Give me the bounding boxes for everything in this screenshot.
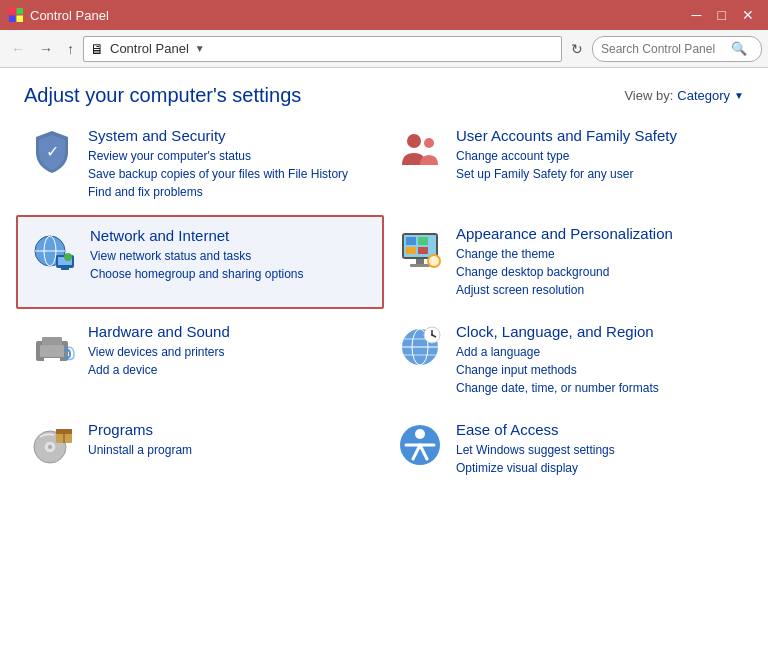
programs-icon	[28, 421, 76, 469]
refresh-button[interactable]: ↻	[566, 39, 588, 59]
close-button[interactable]: ✕	[736, 4, 760, 26]
categories-grid: ✓ System and Security Review your comput…	[0, 117, 768, 487]
svg-point-45	[415, 429, 425, 439]
forward-button[interactable]: →	[34, 39, 58, 59]
clock-language-content: Clock, Language, and Region Add a langua…	[456, 323, 740, 397]
svg-point-6	[424, 138, 434, 148]
hardware-sound-title[interactable]: Hardware and Sound	[88, 323, 372, 340]
clock-language-icon	[396, 323, 444, 371]
address-text: Control Panel	[110, 41, 189, 56]
svg-rect-1	[17, 8, 24, 15]
category-appearance: Appearance and Personalization Change th…	[384, 215, 752, 309]
svg-rect-28	[44, 358, 60, 363]
appearance-title[interactable]: Appearance and Personalization	[456, 225, 740, 242]
programs-content: Programs Uninstall a program	[88, 421, 372, 459]
maximize-button[interactable]: □	[712, 4, 732, 26]
windows-icon	[8, 7, 24, 23]
svg-rect-13	[61, 268, 69, 270]
network-internet-icon	[30, 227, 78, 275]
system-security-title[interactable]: System and Security	[88, 127, 372, 144]
svg-point-5	[407, 134, 421, 148]
svg-text:✓: ✓	[46, 143, 59, 160]
programs-link-1[interactable]: Uninstall a program	[88, 441, 372, 459]
appearance-link-2[interactable]: Change desktop background	[456, 263, 740, 281]
appearance-link-3[interactable]: Adjust screen resolution	[456, 281, 740, 299]
svg-rect-21	[416, 259, 424, 264]
svg-rect-27	[42, 337, 62, 345]
network-internet-title[interactable]: Network and Internet	[90, 227, 370, 244]
category-network-internet: Network and Internet View network status…	[16, 215, 384, 309]
hardware-sound-icon	[28, 323, 76, 371]
title-bar: Control Panel ─ □ ✕	[0, 0, 768, 30]
svg-rect-3	[17, 16, 24, 23]
view-by-arrow-icon[interactable]: ▼	[734, 90, 744, 101]
category-system-security: ✓ System and Security Review your comput…	[16, 117, 384, 211]
appearance-link-1[interactable]: Change the theme	[456, 245, 740, 263]
svg-point-14	[64, 253, 72, 261]
svg-rect-19	[406, 247, 416, 254]
svg-rect-2	[9, 16, 16, 23]
svg-point-24	[429, 256, 439, 266]
system-security-link-3[interactable]: Find and fix problems	[88, 183, 372, 201]
ease-of-access-icon	[396, 421, 444, 469]
clock-language-title[interactable]: Clock, Language, and Region	[456, 323, 740, 340]
view-by-label: View by:	[624, 88, 673, 103]
hardware-sound-content: Hardware and Sound View devices and prin…	[88, 323, 372, 379]
category-clock-language: Clock, Language, and Region Add a langua…	[384, 313, 752, 407]
user-accounts-icon	[396, 127, 444, 175]
address-dropdown-icon: ▼	[195, 43, 205, 54]
clock-language-link-2[interactable]: Change input methods	[456, 361, 740, 379]
back-button[interactable]: ←	[6, 39, 30, 59]
search-box[interactable]: 🔍	[592, 36, 762, 62]
category-user-accounts: User Accounts and Family Safety Change a…	[384, 117, 752, 211]
search-icon: 🔍	[731, 41, 747, 56]
category-ease-of-access: Ease of Access Let Windows suggest setti…	[384, 411, 752, 487]
search-input[interactable]	[601, 42, 731, 56]
svg-rect-20	[418, 247, 428, 254]
ease-of-access-link-1[interactable]: Let Windows suggest settings	[456, 441, 740, 459]
user-accounts-content: User Accounts and Family Safety Change a…	[456, 127, 740, 183]
clock-language-link-3[interactable]: Change date, time, or number formats	[456, 379, 740, 397]
programs-title[interactable]: Programs	[88, 421, 372, 438]
svg-rect-26	[40, 345, 64, 357]
title-bar-left: Control Panel	[8, 7, 109, 23]
network-internet-link-1[interactable]: View network status and tasks	[90, 247, 370, 265]
svg-point-40	[48, 445, 52, 449]
svg-point-37	[431, 334, 433, 336]
category-hardware-sound: Hardware and Sound View devices and prin…	[16, 313, 384, 407]
address-bar: ← → ↑ 🖥 Control Panel ▼ ↻ 🔍	[0, 30, 768, 68]
ease-of-access-title[interactable]: Ease of Access	[456, 421, 740, 438]
address-field[interactable]: 🖥 Control Panel ▼	[83, 36, 562, 62]
svg-rect-18	[418, 237, 428, 245]
ease-of-access-content: Ease of Access Let Windows suggest setti…	[456, 421, 740, 477]
view-by-value[interactable]: Category	[677, 88, 730, 103]
system-security-icon: ✓	[28, 127, 76, 175]
ease-of-access-link-2[interactable]: Optimize visual display	[456, 459, 740, 477]
hardware-sound-link-2[interactable]: Add a device	[88, 361, 372, 379]
clock-language-link-1[interactable]: Add a language	[456, 343, 740, 361]
up-button[interactable]: ↑	[62, 39, 79, 59]
system-security-link-1[interactable]: Review your computer's status	[88, 147, 372, 165]
hardware-sound-link-1[interactable]: View devices and printers	[88, 343, 372, 361]
appearance-content: Appearance and Personalization Change th…	[456, 225, 740, 299]
system-security-link-2[interactable]: Save backup copies of your files with Fi…	[88, 165, 372, 183]
minimize-button[interactable]: ─	[686, 4, 708, 26]
category-programs: Programs Uninstall a program	[16, 411, 384, 487]
appearance-icon	[396, 225, 444, 273]
view-by-control: View by: Category ▼	[624, 88, 744, 103]
svg-rect-22	[410, 264, 430, 267]
network-internet-link-2[interactable]: Choose homegroup and sharing options	[90, 265, 370, 283]
network-internet-content: Network and Internet View network status…	[90, 227, 370, 283]
user-accounts-title[interactable]: User Accounts and Family Safety	[456, 127, 740, 144]
svg-rect-17	[406, 237, 416, 245]
address-folder-icon: 🖥	[90, 41, 104, 57]
system-security-content: System and Security Review your computer…	[88, 127, 372, 201]
svg-rect-0	[9, 8, 16, 15]
main-content: Adjust your computer's settings View by:…	[0, 68, 768, 645]
page-title: Adjust your computer's settings	[24, 84, 301, 107]
content-header: Adjust your computer's settings View by:…	[0, 68, 768, 117]
user-accounts-link-2[interactable]: Set up Family Safety for any user	[456, 165, 740, 183]
user-accounts-link-1[interactable]: Change account type	[456, 147, 740, 165]
title-bar-controls: ─ □ ✕	[686, 4, 760, 26]
window-title: Control Panel	[30, 8, 109, 23]
